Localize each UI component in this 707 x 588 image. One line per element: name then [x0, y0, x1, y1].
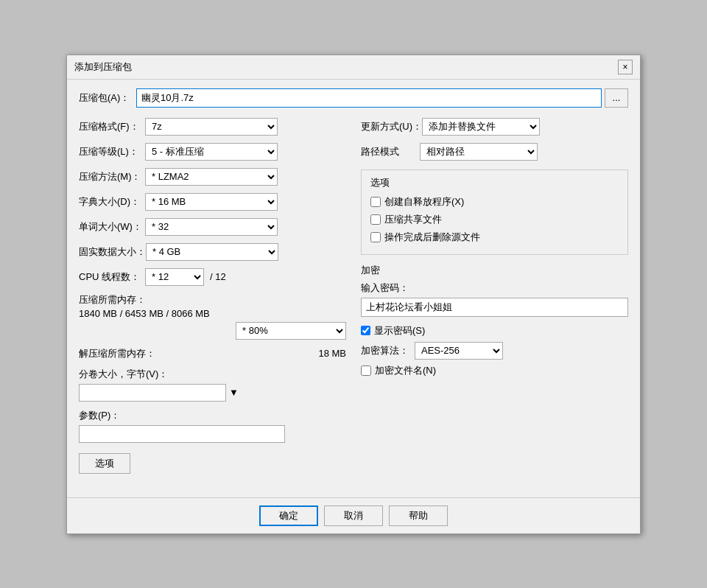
dict-size-row: 字典大小(D)： * 16 MB 32 MB 64 MB 128 MB — [79, 193, 346, 211]
decomp-row: 解压缩所需内存： 18 MB — [79, 347, 346, 360]
split-label: 分卷大小，字节(V)： — [79, 368, 346, 381]
options-section-title: 选项 — [370, 176, 619, 189]
solid-size-select[interactable]: * 4 GB 1 GB 2 GB 8 GB — [146, 243, 278, 261]
encrypt-title: 加密 — [361, 264, 628, 277]
archive-input-container: ... — [136, 88, 628, 108]
encrypt-section: 加密 输入密码： 显示密码(S) 加密算法： AES-256 — [361, 264, 628, 382]
main-columns: 压缩格式(F)： 7z zip tar gzip 压缩等级(L)： 存储 1 -… — [79, 118, 628, 481]
params-row: 参数(P)： — [79, 409, 346, 443]
dialog-title: 添加到压缩包 — [74, 60, 132, 74]
options-btn-row: 选项 — [79, 453, 346, 474]
show-password-row: 显示密码(S) — [361, 324, 628, 337]
method-row: 压缩方法(M)： * LZMA2 LZMA PPMd BZip2 — [79, 168, 346, 186]
cpu-extra: / 12 — [210, 271, 226, 282]
dialog-footer: 确定 取消 帮助 — [67, 497, 640, 533]
create-sfx-checkbox[interactable] — [370, 197, 381, 207]
decomp-value: 18 MB — [318, 348, 346, 359]
split-arrow: ▼ — [229, 387, 239, 398]
encrypt-filenames-row: 加密文件名(N) — [361, 364, 628, 377]
show-password-label: 显示密码(S) — [374, 324, 425, 337]
delete-after-checkbox[interactable] — [370, 232, 381, 242]
options-button[interactable]: 选项 — [79, 453, 130, 474]
memory-select-row: * 80% 100% 50% 25% — [79, 322, 346, 340]
path-mode-select[interactable]: 相对路径 绝对路径 无路径 — [420, 143, 538, 161]
cpu-label: CPU 线程数： — [79, 270, 145, 284]
add-to-archive-dialog: 添加到压缩包 × 压缩包(A)： ... 压缩格式(F)： 7z zip — [66, 55, 641, 534]
compress-shared-label: 压缩共享文件 — [384, 213, 442, 226]
delete-after-row: 操作完成后删除源文件 — [370, 231, 619, 244]
decomp-label: 解压缩所需内存： — [79, 347, 155, 360]
ok-button[interactable]: 确定 — [259, 505, 318, 526]
create-sfx-row: 创建自释放程序(X) — [370, 195, 619, 209]
memory-select[interactable]: * 80% 100% 50% 25% — [236, 322, 346, 340]
level-label: 压缩等级(L)： — [79, 145, 145, 158]
algo-label: 加密算法： — [361, 344, 409, 357]
memory-row: 压缩所需内存： 1840 MB / 6453 MB / 8066 MB * 80… — [79, 293, 346, 340]
encrypt-filenames-checkbox[interactable] — [361, 365, 371, 376]
memory-label: 压缩所需内存： — [79, 293, 346, 307]
create-sfx-label: 创建自释放程序(X) — [384, 195, 464, 209]
dict-size-select[interactable]: * 16 MB 32 MB 64 MB 128 MB — [145, 193, 278, 211]
encrypt-bottom: 显示密码(S) 加密算法： AES-256 加密文件名(N) — [361, 324, 628, 382]
cancel-button[interactable]: 取消 — [324, 505, 383, 526]
help-button[interactable]: 帮助 — [389, 505, 448, 526]
right-column: 更新方式(U)： 添加并替换文件 添加并更新文件 仅更新现有文件 路径模式 相对… — [361, 118, 628, 481]
dict-size-label: 字典大小(D)： — [79, 195, 145, 209]
compress-shared-row: 压缩共享文件 — [370, 213, 619, 226]
archive-row: 压缩包(A)： ... — [79, 88, 628, 108]
archive-label: 压缩包(A)： — [79, 91, 130, 105]
update-method-select[interactable]: 添加并替换文件 添加并更新文件 仅更新现有文件 — [422, 118, 540, 136]
word-size-select[interactable]: * 32 64 128 256 — [145, 218, 278, 236]
update-method-row: 更新方式(U)： 添加并替换文件 添加并更新文件 仅更新现有文件 — [361, 118, 628, 136]
update-method-label: 更新方式(U)： — [361, 120, 422, 133]
word-size-row: 单词大小(W)： * 32 64 128 256 — [79, 218, 346, 236]
path-mode-label: 路径模式 — [361, 145, 420, 158]
options-section: 选项 创建自释放程序(X) 压缩共享文件 操作完成后删除源文件 — [361, 169, 628, 255]
delete-after-label: 操作完成后删除源文件 — [384, 231, 480, 244]
level-row: 压缩等级(L)： 存储 1 - 最快压缩 3 - 快速压缩 5 - 标准压缩 7… — [79, 143, 346, 161]
format-label: 压缩格式(F)： — [79, 120, 145, 133]
format-row: 压缩格式(F)： 7z zip tar gzip — [79, 118, 346, 136]
method-select[interactable]: * LZMA2 LZMA PPMd BZip2 — [145, 168, 278, 186]
cpu-select[interactable]: * 12 1 2 4 8 — [145, 268, 204, 286]
encrypt-filenames-label: 加密文件名(N) — [375, 364, 436, 377]
left-column: 压缩格式(F)： 7z zip tar gzip 压缩等级(L)： 存储 1 -… — [79, 118, 346, 481]
solid-size-row: 固实数据大小： * 4 GB 1 GB 2 GB 8 GB — [79, 243, 346, 261]
show-password-checkbox[interactable] — [361, 326, 370, 335]
close-button[interactable]: × — [618, 60, 633, 74]
algo-select[interactable]: AES-256 — [415, 342, 503, 360]
word-size-label: 单词大小(W)： — [79, 220, 145, 234]
memory-sub: 1840 MB / 6453 MB / 8066 MB — [79, 308, 346, 319]
algo-row: 加密算法： AES-256 — [361, 342, 628, 360]
browse-button[interactable]: ... — [605, 88, 628, 108]
split-row: 分卷大小，字节(V)： ▼ — [79, 368, 346, 402]
cpu-row: CPU 线程数： * 12 1 2 4 8 / 12 — [79, 268, 346, 286]
archive-input[interactable] — [136, 88, 602, 108]
params-input[interactable] — [79, 425, 285, 443]
method-label: 压缩方法(M)： — [79, 170, 145, 183]
password-input[interactable] — [361, 298, 628, 317]
format-select[interactable]: 7z zip tar gzip — [145, 118, 278, 136]
compress-shared-checkbox[interactable] — [370, 214, 381, 225]
level-select[interactable]: 存储 1 - 最快压缩 3 - 快速压缩 5 - 标准压缩 7 - 最大压缩 9… — [145, 143, 278, 161]
split-input-row: ▼ — [79, 384, 346, 402]
path-mode-row: 路径模式 相对路径 绝对路径 无路径 — [361, 143, 628, 161]
solid-size-label: 固实数据大小： — [79, 245, 146, 259]
password-label: 输入密码： — [361, 281, 628, 295]
dialog-body: 压缩包(A)： ... 压缩格式(F)： 7z zip tar gzip — [67, 80, 640, 490]
title-bar: 添加到压缩包 × — [67, 55, 640, 80]
split-input[interactable] — [79, 384, 226, 402]
params-label: 参数(P)： — [79, 409, 346, 422]
